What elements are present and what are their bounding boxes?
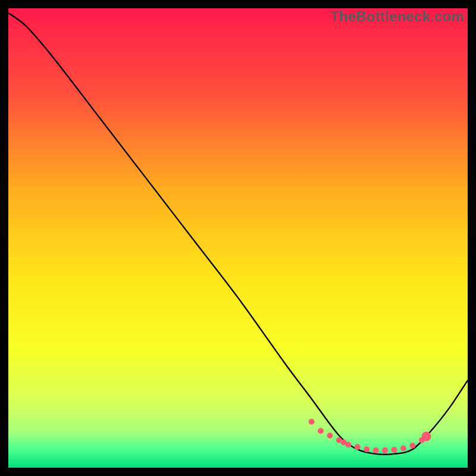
curve-marker [382, 447, 388, 453]
chart-frame: TheBottleneck.com [8, 8, 468, 468]
gradient-background [8, 8, 468, 468]
curve-marker [355, 444, 361, 450]
curve-marker [345, 441, 351, 447]
curve-marker [309, 419, 315, 425]
curve-marker [327, 433, 333, 439]
bottleneck-chart [8, 8, 468, 468]
curve-marker [422, 432, 431, 441]
curve-marker [391, 447, 397, 453]
curve-marker [318, 428, 324, 434]
curve-marker [364, 446, 369, 452]
curve-marker [400, 446, 406, 452]
curve-marker [373, 447, 379, 453]
watermark-text: TheBottleneck.com [330, 8, 464, 25]
curve-marker [409, 443, 415, 449]
